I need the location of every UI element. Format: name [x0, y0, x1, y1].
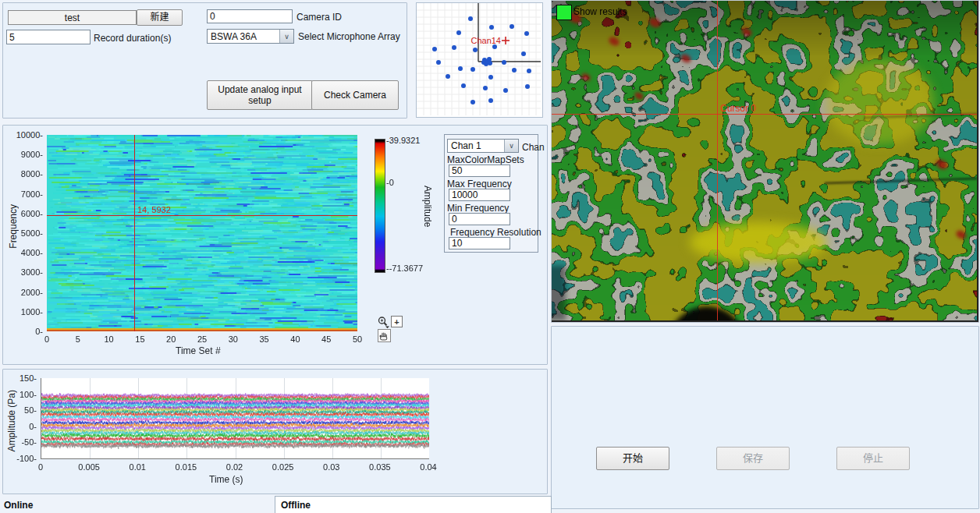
- spectrogram-ytick: 10000-: [0, 130, 43, 140]
- camera-view[interactable]: Cursor 0 Show results: [551, 0, 979, 323]
- new-project-button[interactable]: 新建: [137, 9, 183, 26]
- frequency-resolution-input[interactable]: [449, 237, 510, 249]
- max-colormap-input[interactable]: [449, 165, 510, 177]
- spectrogram-ytick: 3000-: [0, 267, 43, 277]
- spectrogram-ytick: 5000-: [0, 228, 43, 238]
- zoom-tool-icon[interactable]: [377, 316, 390, 328]
- spectrogram-ytick: 6000-: [0, 209, 43, 218]
- spectrogram-ytick: 4000-: [0, 248, 43, 257]
- save-button[interactable]: 保存: [716, 447, 790, 470]
- mic-array-label: Select Microphone Array: [298, 31, 400, 42]
- action-panel: [551, 326, 979, 509]
- spectrogram-ytick: 8000-: [0, 169, 43, 179]
- camera-cursor-label: Cursor 0: [720, 103, 756, 114]
- mic-array-dropdown-value: BSWA 36A: [208, 31, 279, 42]
- spectrogram-xtick: 45: [318, 334, 334, 344]
- spectrogram-ytick: 7000-: [0, 189, 43, 199]
- channel-dropdown[interactable]: Chan 1 ∨: [447, 139, 519, 153]
- waveform-xtick: 0.01: [122, 462, 153, 472]
- spectrogram-ytick: 2000-: [0, 288, 43, 297]
- spectrogram-xtick: 5: [70, 334, 86, 344]
- project-name-display[interactable]: test: [8, 10, 137, 25]
- start-button[interactable]: 开始: [596, 447, 669, 470]
- min-frequency-input[interactable]: [449, 213, 510, 225]
- spectrogram-ytick: 1000-: [0, 307, 43, 317]
- max-frequency-label: Max Frequency: [447, 179, 512, 189]
- chevron-down-icon[interactable]: ∨: [279, 30, 293, 43]
- record-duration-input[interactable]: [6, 30, 91, 44]
- camera-cursor-vline[interactable]: [717, 1, 718, 320]
- spectrogram-cursor-vline[interactable]: [134, 135, 135, 331]
- stop-button[interactable]: 停止: [836, 447, 910, 470]
- waveform-plot-frame[interactable]: [41, 378, 429, 459]
- min-frequency-label: Min Frequency: [447, 203, 509, 214]
- offline-status-box: [275, 496, 552, 513]
- camera-cursor-hline[interactable]: [552, 114, 977, 115]
- spectrogram-xtick: 10: [101, 334, 117, 344]
- check-camera-button[interactable]: Check Camera: [311, 80, 399, 110]
- show-results-label: Show results: [573, 6, 627, 17]
- spectrogram-xlabel: Time Set #: [176, 345, 221, 356]
- waveform-ytick: 150-: [0, 373, 37, 383]
- channel-dropdown-value: Chan 1: [448, 140, 504, 151]
- channel-label: Chan: [522, 142, 545, 153]
- waveform-xtick: 0: [25, 462, 56, 472]
- max-colormap-label: MaxColorMapSets: [447, 154, 524, 165]
- waveform-ytick: 0-: [0, 422, 37, 431]
- waveform-xtick: 0.04: [413, 462, 444, 472]
- colorbar-min-label: --71.3677: [386, 264, 423, 273]
- spectrogram-xtick: 15: [132, 334, 147, 344]
- max-frequency-input[interactable]: [449, 189, 510, 201]
- svg-text:Chan14: Chan14: [470, 36, 501, 45]
- spectrogram-xtick: 20: [163, 334, 179, 344]
- spectrogram-ytick: 0-: [0, 327, 43, 336]
- update-analog-input-button[interactable]: Update analog input setup: [207, 80, 313, 110]
- spectrogram-xtick: 40: [287, 334, 303, 344]
- spectrogram-xtick: 0: [39, 334, 55, 344]
- show-results-checkbox[interactable]: [556, 5, 572, 20]
- acoustic-camera-app: test 新建 Record duration(s) Camera ID BSW…: [0, 0, 980, 513]
- camera-id-label: Camera ID: [296, 12, 342, 23]
- amplitude-colorbar: [375, 139, 385, 273]
- waveform-xtick: 0.02: [219, 462, 250, 472]
- chevron-down-icon[interactable]: ∨: [504, 140, 518, 152]
- mic-array-dropdown[interactable]: BSWA 36A ∨: [207, 29, 294, 44]
- colorbar-max-label: -39.9321: [386, 136, 420, 145]
- mic-array-plot[interactable]: Chan14: [416, 2, 543, 118]
- waveform-xtick: 0.035: [364, 462, 396, 472]
- waveform-ytick: 50-: [0, 405, 37, 415]
- spectrogram-image[interactable]: [47, 135, 357, 331]
- spectrogram-xtick: 30: [225, 334, 241, 344]
- frequency-resolution-label: Frequency Resolution: [450, 227, 541, 238]
- camera-id-input[interactable]: [207, 9, 293, 23]
- waveform-ytick: -50-: [0, 437, 37, 447]
- zoom-plus-icon[interactable]: +: [391, 316, 403, 327]
- record-duration-label: Record duration(s): [94, 33, 171, 44]
- spectrogram-ytick: 9000-: [0, 150, 43, 159]
- waveform-xtick: 0.025: [268, 462, 299, 472]
- colorbar-zero-label: -0: [386, 178, 394, 187]
- online-status-label: Online: [4, 500, 33, 511]
- offline-status-label: Offline: [281, 500, 311, 511]
- spectrogram-cursor-label: 14, 5932: [137, 205, 171, 214]
- acoustic-map-image: [552, 1, 977, 320]
- waveform-xtick: 0.03: [316, 462, 347, 472]
- waveform-xtick: 0.005: [73, 462, 105, 472]
- waveform-xlabel: Time (s): [209, 474, 243, 485]
- colorbar-axis-label: Amplitude: [422, 186, 433, 227]
- spectrogram-cursor-hline[interactable]: [47, 215, 357, 216]
- pan-hand-icon[interactable]: [378, 329, 391, 342]
- waveform-xtick: 0.015: [170, 462, 201, 472]
- spectrogram-xtick: 25: [194, 334, 210, 344]
- spectrogram-xtick: 35: [257, 334, 272, 344]
- mic-array-scatter: Chan14: [417, 3, 541, 115]
- waveform-ytick: 100-: [0, 390, 37, 399]
- waveform-traces: [41, 378, 429, 458]
- spectrogram-xtick: 50: [350, 334, 365, 344]
